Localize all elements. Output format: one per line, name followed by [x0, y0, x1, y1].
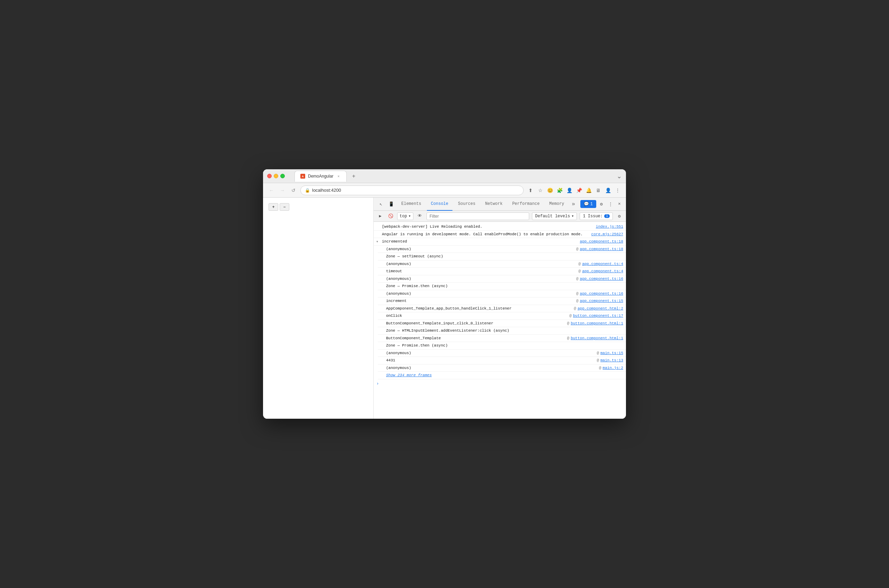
source-link[interactable]: app.component.ts:4 [582, 268, 623, 274]
run-script-icon[interactable]: ▶ [376, 213, 384, 220]
at-symbol: @ [567, 321, 570, 327]
menu-icon[interactable]: ⋮ [614, 186, 622, 195]
context-selector[interactable]: top ▾ [397, 213, 413, 220]
tab-sources[interactable]: Sources [454, 198, 479, 211]
console-output: [webpack-dev-server] Live Reloading enab… [374, 222, 626, 419]
profile-icon[interactable]: 👤 [565, 186, 574, 195]
console-log-line: (anonymous) @ app.component.ts:4 [378, 261, 626, 268]
maximize-window-button[interactable] [280, 174, 285, 178]
source-link[interactable]: index.js:551 [596, 224, 623, 230]
prompt-arrow-icon: › [376, 381, 379, 387]
source-link[interactable]: app.component.ts:16 [580, 291, 623, 297]
console-log-line: Zone — Promise.then (async) [378, 342, 626, 350]
source-reference: @ main.ts:13 [596, 358, 623, 363]
forward-button[interactable]: → [278, 186, 287, 195]
console-log-line: (anonymous) @ app.component.ts:16 [378, 290, 626, 298]
console-log-line: timeout @ app.component.ts:4 [378, 268, 626, 275]
issues-label: 1 Issue: [583, 214, 603, 219]
console-log-line: [webpack-dev-server] Live Reloading enab… [374, 223, 626, 231]
console-filter-input[interactable] [426, 213, 529, 220]
cast-icon[interactable]: 🖥 [594, 186, 602, 195]
page-controls: + − [269, 203, 289, 211]
console-log-line: Zone — HTMLInputElement.addEventListener… [378, 327, 626, 335]
devtools-more-icon[interactable]: ⋮ [607, 200, 614, 208]
secure-icon: 🔒 [305, 188, 310, 193]
back-button[interactable]: ← [267, 186, 275, 195]
clear-console-icon[interactable]: 🚫 [387, 213, 394, 220]
devtools-settings-icon[interactable]: ⚙ [598, 200, 605, 208]
window-dropdown-button[interactable]: ⌄ [617, 172, 622, 180]
share-icon[interactable]: ⬆ [526, 186, 535, 195]
puzzle-icon[interactable]: 🧩 [556, 186, 564, 195]
source-link[interactable]: app.component.html:2 [578, 306, 623, 312]
source-link[interactable]: app.component.ts:18 [580, 246, 623, 252]
browser-tab-active[interactable]: A DemoAngular × [294, 171, 347, 182]
at-symbol: @ [576, 298, 579, 304]
console-prompt[interactable]: › [374, 380, 626, 388]
source-link[interactable]: app.component.ts:16 [580, 276, 623, 282]
source-link[interactable]: app.component.ts:18 [580, 239, 623, 244]
bookmark-icon[interactable]: ☆ [536, 186, 544, 195]
console-log-line: ButtonComponent_Template_input_click_0_l… [378, 320, 626, 327]
source-link[interactable]: main.ts:15 [601, 350, 623, 356]
console-message: timeout [386, 268, 579, 274]
context-label: top [399, 214, 407, 219]
source-reference: @ app.component.ts:16 [576, 276, 623, 282]
source-reference: @ button.component.html:1 [567, 336, 623, 341]
live-expressions-icon[interactable]: 👁 [416, 213, 424, 220]
source-link[interactable]: app.component.ts:4 [582, 261, 623, 267]
tab-network[interactable]: Network [481, 198, 506, 211]
console-log-line: onClick @ button.component.ts:17 [378, 312, 626, 320]
chat-count: 1 [590, 202, 593, 207]
zoom-in-button[interactable]: + [269, 203, 278, 211]
issues-badge[interactable]: 1 Issue: 1 [580, 213, 613, 220]
avatar-icon[interactable]: 👤 [604, 186, 612, 195]
new-tab-button[interactable]: + [350, 172, 358, 180]
console-message: increment [386, 298, 576, 304]
at-symbol: @ [567, 336, 570, 341]
console-message: Zone — HTMLInputElement.addEventListener… [386, 328, 623, 334]
source-link[interactable]: button.component.html:1 [571, 321, 623, 327]
zoom-out-button[interactable]: − [279, 203, 289, 211]
log-levels-dropdown[interactable]: Default levels ▾ [532, 213, 577, 220]
face-icon[interactable]: 😊 [546, 186, 554, 195]
tab-console[interactable]: Console [427, 198, 452, 211]
minimize-window-button[interactable] [274, 174, 278, 178]
url-text: localhost:4200 [312, 188, 341, 193]
console-message: 4431 [386, 358, 596, 363]
bell-icon[interactable]: 🔔 [584, 186, 593, 195]
console-log-line: 4431 @ main.ts:13 [378, 357, 626, 364]
chat-button[interactable]: 💬 1 [580, 200, 596, 208]
console-settings-icon[interactable]: ⚙ [616, 213, 623, 220]
source-link[interactable]: button.component.html:1 [571, 336, 623, 341]
pin-icon[interactable]: 📌 [575, 186, 583, 195]
source-reference: @ app.component.ts:16 [576, 291, 623, 297]
tab-close-button[interactable]: × [336, 174, 341, 178]
source-link[interactable]: core.mjs:25627 [592, 231, 623, 237]
inspect-element-icon[interactable]: ↖ [376, 200, 385, 208]
tab-performance[interactable]: Performance [508, 198, 544, 211]
source-link[interactable]: button.component.ts:17 [573, 313, 623, 319]
console-message: incremented [382, 239, 580, 244]
tab-elements[interactable]: Elements [397, 198, 425, 211]
console-message: Zone — setTimeout (async) [386, 254, 623, 260]
source-link[interactable]: main.ts:13 [601, 358, 623, 363]
show-more-frames-link[interactable]: Show 234 more frames [386, 372, 432, 378]
close-window-button[interactable] [267, 174, 272, 178]
source-link[interactable]: main.js:2 [603, 365, 623, 371]
log-levels-label: Default levels [535, 214, 570, 219]
more-tabs-button[interactable]: » [570, 201, 577, 207]
tab-memory[interactable]: Memory [545, 198, 568, 211]
at-symbol: @ [579, 261, 581, 267]
url-bar[interactable]: 🔒 localhost:4200 [300, 186, 524, 195]
reload-button[interactable]: ↺ [289, 186, 297, 195]
source-link[interactable]: app.component.ts:15 [580, 298, 623, 304]
devtools-close-icon[interactable]: × [616, 200, 623, 208]
at-symbol: @ [576, 291, 579, 297]
console-message: (anonymous) [386, 291, 576, 297]
device-toggle-icon[interactable]: 📱 [387, 200, 396, 208]
devtools-tabs-toolbar: ↖ 📱 Elements Console Sources Network Per… [374, 198, 626, 211]
console-log-line: Zone — setTimeout (async) [378, 253, 626, 261]
issues-count: 1 [604, 214, 610, 218]
at-symbol: @ [596, 350, 599, 356]
